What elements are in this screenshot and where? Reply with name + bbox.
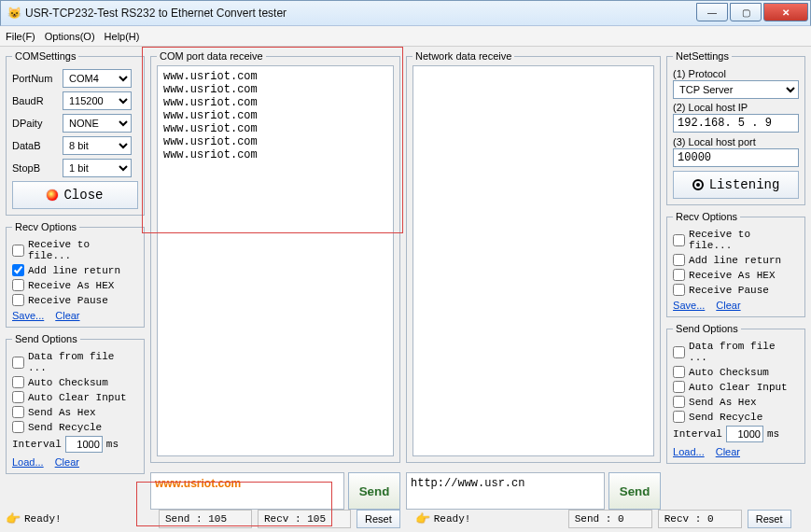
ready-right: Ready! bbox=[434, 513, 471, 525]
recv-pause-left[interactable]: Receive Pause bbox=[12, 294, 138, 306]
baud-label: BaudR bbox=[12, 95, 59, 106]
baud-select[interactable]: 115200 bbox=[63, 91, 132, 110]
parity-label: DPaity bbox=[12, 118, 59, 129]
data-from-file-right[interactable]: Data from file ... bbox=[673, 341, 799, 363]
auto-checksum-left[interactable]: Auto Checksum bbox=[12, 376, 138, 388]
send-count-left: Send : 105 bbox=[159, 510, 252, 528]
send-recycle-left[interactable]: Send Recycle bbox=[12, 421, 138, 433]
net-receive-box[interactable] bbox=[412, 65, 654, 456]
recv-to-file-right[interactable]: Receive to file... bbox=[673, 229, 799, 251]
stopb-label: StopB bbox=[12, 162, 59, 174]
local-ip-field[interactable]: 192.168. 5 . 9 bbox=[673, 114, 799, 133]
app-icon: 😺 bbox=[7, 6, 21, 21]
portnum-label: PortNum bbox=[12, 73, 59, 84]
net-receive-group: Network data receive bbox=[406, 50, 661, 463]
local-port-field[interactable]: 10000 bbox=[673, 148, 799, 167]
send-load-right[interactable]: Load... bbox=[673, 446, 705, 457]
net-settings-group: NetSettings (1) Protocol TCP Server (2) … bbox=[666, 50, 805, 205]
recv-clear-right[interactable]: Clear bbox=[716, 300, 740, 311]
recv-options-left: Recv Options Receive to file... Add line… bbox=[6, 221, 145, 328]
listening-icon bbox=[692, 179, 704, 190]
window-title: USR-TCP232-Test RS232 to Ethernet Conver… bbox=[25, 7, 696, 20]
send-clear-right[interactable]: Clear bbox=[716, 446, 740, 457]
com-receive-box[interactable]: www.usriot.com www.usriot.com www.usriot… bbox=[157, 65, 394, 456]
send-clear-left[interactable]: Clear bbox=[55, 456, 79, 468]
recv-save-right[interactable]: Save... bbox=[673, 300, 705, 311]
menu-bar: File(F) Options(O) Help(H) bbox=[0, 26, 811, 47]
net-send-input[interactable]: http://www.usr.cn bbox=[406, 472, 605, 510]
recv-count-right: Recv : 0 bbox=[658, 510, 742, 528]
recv-as-hex-right[interactable]: Receive As HEX bbox=[673, 269, 799, 281]
ready-icon: 👉 bbox=[415, 511, 430, 526]
menu-file[interactable]: File(F) bbox=[6, 31, 35, 42]
recv-count-left: Recv : 105 bbox=[258, 510, 351, 528]
menu-help[interactable]: Help(H) bbox=[105, 31, 140, 42]
listening-button[interactable]: Listening bbox=[673, 171, 799, 199]
com-receive-group: COM port data receive www.usriot.com www… bbox=[150, 50, 400, 463]
com-close-button[interactable]: Close bbox=[12, 181, 138, 209]
protocol-select[interactable]: TCP Server bbox=[673, 80, 799, 99]
send-count-right: Send : 0 bbox=[568, 510, 652, 528]
send-as-hex-right[interactable]: Send As Hex bbox=[673, 396, 799, 408]
recv-save-left[interactable]: Save... bbox=[12, 310, 44, 321]
send-as-hex-left[interactable]: Send As Hex bbox=[12, 406, 138, 418]
recv-to-file-left[interactable]: Receive to file... bbox=[12, 239, 138, 261]
send-recycle-right[interactable]: Send Recycle bbox=[673, 411, 799, 423]
send-options-left: Send Options Data from file ... Auto Che… bbox=[6, 333, 145, 474]
recv-options-right: Recv Options Receive to file... Add line… bbox=[666, 211, 805, 317]
send-load-left[interactable]: Load... bbox=[12, 456, 44, 468]
stopb-select[interactable]: 1 bit bbox=[63, 159, 132, 177]
send-options-right: Send Options Data from file ... Auto Che… bbox=[666, 323, 805, 464]
interval-input-left[interactable] bbox=[65, 436, 103, 453]
title-bar: 😺 USR-TCP232-Test RS232 to Ethernet Conv… bbox=[0, 0, 811, 26]
com-settings-legend: COMSettings bbox=[12, 50, 78, 62]
add-line-return-right[interactable]: Add line return bbox=[673, 254, 799, 266]
com-settings-group: COMSettings PortNumCOM4 BaudR115200 DPai… bbox=[6, 50, 145, 216]
minimize-button[interactable]: — bbox=[696, 3, 728, 21]
status-bar: 👉Ready! Send : 105 Recv : 105 Reset 👉Rea… bbox=[0, 510, 811, 530]
datab-select[interactable]: 8 bit bbox=[63, 136, 132, 155]
recv-as-hex-left[interactable]: Receive As HEX bbox=[12, 279, 138, 291]
auto-clear-input-right[interactable]: Auto Clear Input bbox=[673, 381, 799, 393]
net-send-button[interactable]: Send bbox=[608, 472, 661, 510]
maximize-button[interactable]: ▢ bbox=[730, 3, 762, 21]
com-send-input[interactable]: www.usriot.com bbox=[150, 472, 344, 510]
reset-right[interactable]: Reset bbox=[748, 510, 791, 528]
auto-checksum-right[interactable]: Auto Checksum bbox=[673, 366, 799, 378]
parity-select[interactable]: NONE bbox=[63, 114, 132, 133]
record-icon bbox=[47, 189, 58, 201]
ready-left: Ready! bbox=[24, 513, 62, 525]
com-send-button[interactable]: Send bbox=[348, 472, 400, 510]
menu-options[interactable]: Options(O) bbox=[45, 31, 95, 42]
recv-pause-right[interactable]: Receive Pause bbox=[673, 284, 799, 296]
recv-clear-left[interactable]: Clear bbox=[55, 310, 79, 321]
data-from-file-left[interactable]: Data from file ... bbox=[12, 351, 138, 373]
close-window-button[interactable]: ✕ bbox=[763, 3, 808, 21]
interval-input-right[interactable] bbox=[726, 426, 763, 442]
reset-left[interactable]: Reset bbox=[357, 510, 400, 528]
datab-label: DataB bbox=[12, 140, 59, 151]
ready-icon: 👉 bbox=[6, 511, 21, 526]
add-line-return-left[interactable]: Add line return bbox=[12, 264, 138, 276]
portnum-select[interactable]: COM4 bbox=[63, 69, 132, 88]
auto-clear-input-left[interactable]: Auto Clear Input bbox=[12, 391, 138, 403]
